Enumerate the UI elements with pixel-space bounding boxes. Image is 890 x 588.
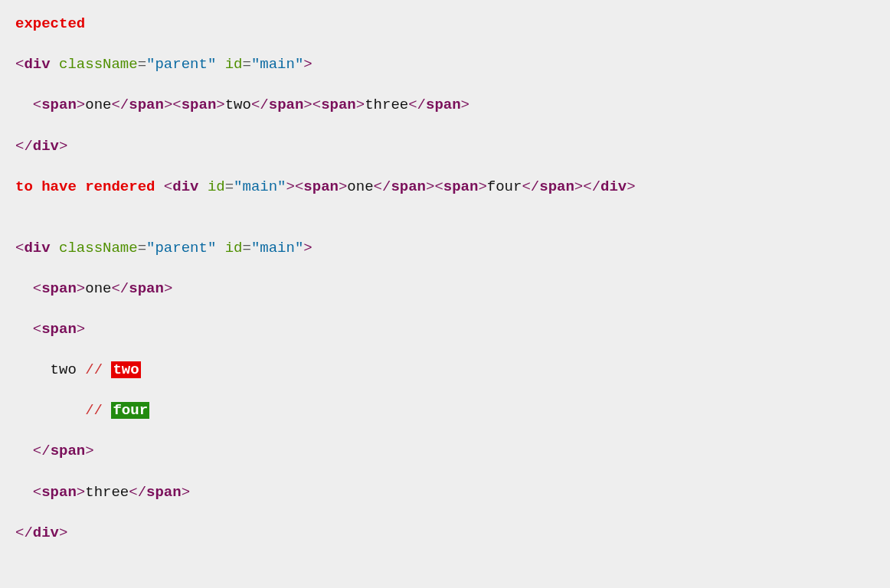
diff-sep: //	[85, 361, 103, 378]
text-three: three	[365, 96, 408, 113]
attr-id: id	[225, 56, 243, 73]
angle-open: <	[15, 56, 24, 73]
text-four: four	[487, 178, 522, 195]
tag-div: div	[24, 56, 50, 73]
diff-added: four	[111, 402, 149, 419]
diff-removed: two	[111, 361, 140, 378]
expected-keyword: expected	[15, 15, 85, 32]
text-one: one	[85, 96, 111, 113]
diff-sep: //	[85, 402, 103, 419]
code-block: expected <div className="parent" id="mai…	[0, 0, 890, 557]
value-main: "main"	[251, 56, 303, 73]
to-have-rendered-keyword: to have rendered	[15, 178, 155, 195]
text-two: two	[225, 96, 251, 113]
attr-className: className	[59, 56, 138, 73]
value-parent: "parent"	[146, 56, 216, 73]
tag-span: span	[41, 96, 77, 113]
